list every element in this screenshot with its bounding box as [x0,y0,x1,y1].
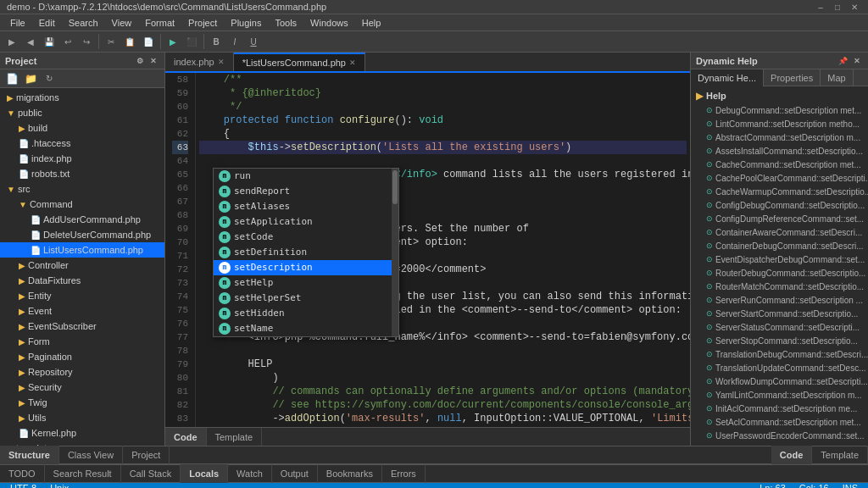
ac-item-sethidden[interactable]: m setHidden [214,306,398,321]
tree-item-eventsubscriber[interactable]: ▶ EventSubscriber [0,319,164,334]
help-item-25[interactable]: ⊙UserPasswordEncoderCommand::set... [691,429,868,442]
toolbar-btn-7[interactable]: 📋 [121,33,138,50]
tree-item-kernel[interactable]: 📄 Kernel.php [0,425,164,441]
help-item-5[interactable]: ⊙CacheCommand::setDescription met... [691,158,868,171]
bottom-tab-code[interactable]: Code [771,446,813,464]
output-tab-search[interactable]: Search Result [45,464,121,483]
tree-item-migrations[interactable]: ▶ migrations [0,90,164,105]
tab-close-icon[interactable]: ✕ [349,58,356,67]
maximize-button[interactable]: □ [831,0,844,14]
tree-item-form[interactable]: ▶ Form [0,334,164,349]
help-item-21[interactable]: ⊙WorkflowDumpCommand::setDescripti... [691,374,868,388]
menu-item-plugins[interactable]: Plugins [224,14,268,31]
output-tab-errors[interactable]: Errors [382,464,426,483]
toolbar-underline[interactable]: U [245,33,262,50]
help-item-1[interactable]: ⊙DebugCommand::setDescription met... [691,103,868,117]
help-item-22[interactable]: ⊙YamlLintCommand::setDescription m... [691,388,868,402]
autocomplete-scrollbar[interactable] [392,169,398,336]
toolbar-bold[interactable]: B [208,33,225,50]
output-tab-output[interactable]: Output [272,464,318,483]
help-item-15[interactable]: ⊙ServerRunCommand::setDescription ... [691,293,868,307]
tree-item-build[interactable]: ▶ build [0,120,164,136]
close-button[interactable]: ✕ [848,0,861,14]
ac-item-sethelp[interactable]: m setHelp [214,275,398,291]
output-tab-bookmarks[interactable]: Bookmarks [318,464,382,483]
ac-item-setdefinition[interactable]: m setDefinition [214,245,398,260]
help-item-16[interactable]: ⊙ServerStartCommand::setDescriptio... [691,307,868,320]
bottom-tab-classview[interactable]: Class View [59,446,123,464]
panel-close-icon[interactable]: ✕ [147,55,159,67]
help-tab-map[interactable]: Map [821,69,853,86]
ac-item-run[interactable]: m run [214,169,398,184]
menu-item-tools[interactable]: Tools [268,14,303,31]
project-new-file[interactable]: 📄 [3,70,20,87]
toolbar-btn-1[interactable]: ▶ [3,33,20,50]
tree-item-datafixtures[interactable]: ▶ DataFixtures [0,273,164,288]
tree-item-pagination[interactable]: ▶ Pagination [0,349,164,364]
menu-item-edit[interactable]: Edit [32,14,62,31]
help-item-14[interactable]: ⊙RouterMatchCommand::setDescriptio... [691,280,868,293]
menu-item-view[interactable]: View [105,14,139,31]
ac-item-setaliases[interactable]: m setAliases [214,199,398,214]
tab-code[interactable]: Code [165,428,207,446]
ac-item-setname[interactable]: m setName [214,321,398,336]
tree-item-deleteusercommand[interactable]: 📄 DeleteUserCommand.php [0,227,164,242]
ac-item-setcode[interactable]: m setCode [214,230,398,245]
tree-item-listusercommand[interactable]: 📄 ListUsersCommand.php [0,242,164,258]
menu-item-windows[interactable]: Windows [303,14,355,31]
tab-close-icon[interactable]: ✕ [218,58,225,66]
help-item-13[interactable]: ⊙RouterDebugCommand::setDescriptio... [691,266,868,280]
bottom-tab-structure[interactable]: Structure [0,446,59,464]
tree-item-entity[interactable]: ▶ Entity [0,288,164,303]
toolbar-run[interactable]: ▶ [164,33,181,50]
help-item-24[interactable]: ⊙SetAclCommand::setDescription met... [691,415,868,429]
bottom-tab-project[interactable]: Project [123,446,170,464]
help-item-2[interactable]: ⊙LintCommand::setDescription metho... [691,117,868,130]
output-tab-todo[interactable]: TODO [0,464,45,483]
panel-settings-icon[interactable]: ⚙ [134,55,146,67]
help-item-3[interactable]: ⊙AbstractCommand::setDescription m... [691,130,868,144]
menu-item-help[interactable]: Help [355,14,388,31]
help-pin-icon[interactable]: 📌 [837,55,849,67]
tree-item-utils[interactable]: ▶ Utils [0,410,164,425]
tree-item-repository[interactable]: ▶ Repository [0,364,164,380]
tree-item-event[interactable]: ▶ Event [0,303,164,319]
help-item-23[interactable]: ⊙InitAclCommand::setDescription me... [691,402,868,415]
menu-item-file[interactable]: File [3,14,32,31]
tab-listusers-php[interactable]: *ListUsersCommand.php ✕ [234,53,365,71]
help-item-10[interactable]: ⊙ContainerAwareCommand::setDescri... [691,225,868,239]
help-item-9[interactable]: ⊙ConfigDumpReferenceCommand::set... [691,212,868,225]
help-close-icon[interactable]: ✕ [851,55,863,67]
tree-item-src[interactable]: ▼ src [0,181,164,197]
tree-item-public[interactable]: ▼ public [0,105,164,120]
tab-template[interactable]: Template [207,428,263,446]
tree-item-controller[interactable]: ▶ Controller [0,258,164,273]
toolbar-btn-4[interactable]: ↩ [59,33,76,50]
bottom-tab-template[interactable]: Template [812,446,868,464]
help-item-4[interactable]: ⊙AssetsInstallCommand::setDescriptio... [691,144,868,158]
tree-item-index[interactable]: 📄 index.php [0,151,164,166]
help-item-19[interactable]: ⊙TranslationDebugCommand::setDescri... [691,347,868,361]
toolbar-btn-6[interactable]: ✂ [103,33,120,50]
toolbar-debug[interactable]: ⬛ [183,33,200,50]
help-item-18[interactable]: ⊙ServerStopCommand::setDescriptio... [691,334,868,347]
tab-index-php[interactable]: index.php ✕ [165,53,234,71]
help-tab-dynamic[interactable]: Dynamic He... [691,69,764,86]
toolbar-btn-2[interactable]: ◀ [22,33,39,50]
help-item-8[interactable]: ⊙ConfigDebugCommand::setDescriptio... [691,198,868,212]
help-item-6[interactable]: ⊙CachePoolClearCommand::setDescripti... [691,171,868,185]
project-new-folder[interactable]: 📁 [22,70,39,87]
ac-item-sendreport[interactable]: m sendReport [214,184,398,199]
toolbar-btn-3[interactable]: 💾 [41,33,58,50]
minimize-button[interactable]: – [814,0,827,14]
help-item-17[interactable]: ⊙ServerStatusCommand::setDescripti... [691,320,868,334]
toolbar-btn-8[interactable]: 📄 [140,33,157,50]
tree-item-twig[interactable]: ▶ Twig [0,395,164,410]
toolbar-btn-5[interactable]: ↪ [78,33,95,50]
help-item-7[interactable]: ⊙CacheWarmupCommand::setDescriptio... [691,185,868,198]
output-tab-callstack[interactable]: Call Stack [121,464,181,483]
help-item-12[interactable]: ⊙EventDispatcherDebugCommand::set... [691,252,868,266]
code-editor[interactable]: 58 59 60 61 62 63 64 65 66 67 68 69 70 7… [165,73,690,427]
tree-item-security[interactable]: ▶ Security [0,380,164,395]
menu-item-format[interactable]: Format [138,14,181,31]
